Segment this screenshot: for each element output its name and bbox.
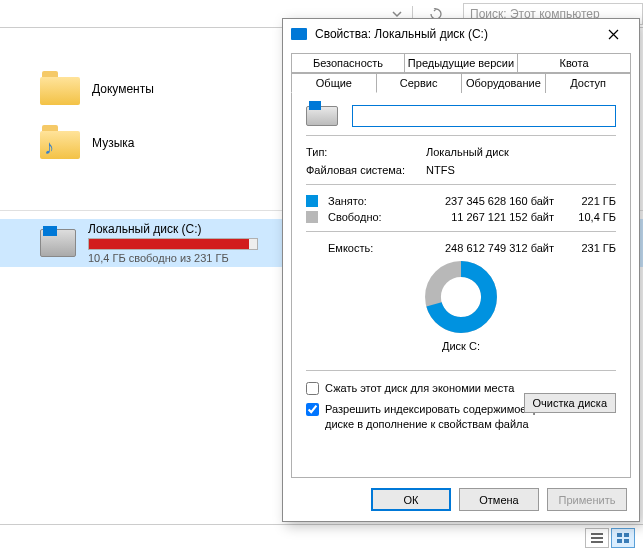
tab-panel-general: Тип: Локальный диск Файловая система: NT… [291,93,631,478]
divider [306,231,616,232]
explorer-statusbar [0,524,643,550]
svg-rect-0 [591,533,603,535]
tab-sharing[interactable]: Доступ [546,73,631,93]
ok-button[interactable]: ОК [371,488,451,511]
svg-rect-6 [624,539,629,543]
svg-rect-1 [591,537,603,539]
dialog-title: Свойства: Локальный диск (C:) [315,27,591,41]
index-checkbox[interactable] [306,403,319,416]
cancel-button[interactable]: Отмена [459,488,539,511]
drive-usage-bar [88,238,258,250]
drive-title-icon [291,28,307,40]
divider [306,135,616,136]
folder-label: Документы [92,82,154,96]
folder-icon: ♪ [40,125,80,161]
tab-quota[interactable]: Квота [518,53,631,73]
capacity-label: Емкость: [328,242,404,254]
dialog-button-row: ОК Отмена Применить [283,478,639,521]
type-value: Локальный диск [426,146,616,158]
type-label: Тип: [306,146,426,158]
properties-dialog: Свойства: Локальный диск (C:) Безопаснос… [282,18,640,522]
filesystem-label: Файловая система: [306,164,426,176]
free-label: Свободно: [328,211,404,223]
used-gb: 221 ГБ [566,195,616,207]
close-button[interactable] [591,20,635,48]
divider [306,184,616,185]
tab-previous-versions[interactable]: Предыдущие версии [405,53,518,73]
svg-rect-2 [591,541,603,543]
dialog-titlebar[interactable]: Свойства: Локальный диск (C:) [283,19,639,49]
capacity-gb: 231 ГБ [566,242,616,254]
divider [306,370,616,371]
free-swatch [306,211,318,223]
folder-icon [40,71,80,107]
drive-icon [40,229,76,257]
compress-checkbox[interactable] [306,382,319,395]
used-bytes: 237 345 628 160 байт [410,195,560,207]
tab-security[interactable]: Безопасность [291,53,405,73]
capacity-bytes: 248 612 749 312 байт [410,242,560,254]
filesystem-value: NTFS [426,164,616,176]
free-gb: 10,4 ГБ [566,211,616,223]
view-tiles-button[interactable] [611,528,635,548]
tab-general[interactable]: Общие [291,73,377,93]
view-details-button[interactable] [585,528,609,548]
svg-rect-4 [624,533,629,537]
drive-large-icon [306,106,338,126]
tab-strip: Безопасность Предыдущие версии Квота Общ… [283,49,639,93]
svg-rect-5 [617,539,622,543]
svg-rect-3 [617,533,622,537]
disk-caption: Диск C: [442,340,480,352]
folder-label: Музыка [92,136,134,150]
volume-name-input[interactable] [352,105,616,127]
tab-hardware[interactable]: Оборудование [462,73,547,93]
disk-usage-chart [424,260,498,334]
disk-cleanup-button[interactable]: Очистка диска [524,393,616,413]
used-swatch [306,195,318,207]
compress-label: Сжать этот диск для экономии места [325,381,514,396]
used-label: Занято: [328,195,404,207]
apply-button[interactable]: Применить [547,488,627,511]
tab-tools[interactable]: Сервис [377,73,462,93]
music-overlay-icon: ♪ [44,136,54,159]
free-bytes: 11 267 121 152 байт [410,211,560,223]
